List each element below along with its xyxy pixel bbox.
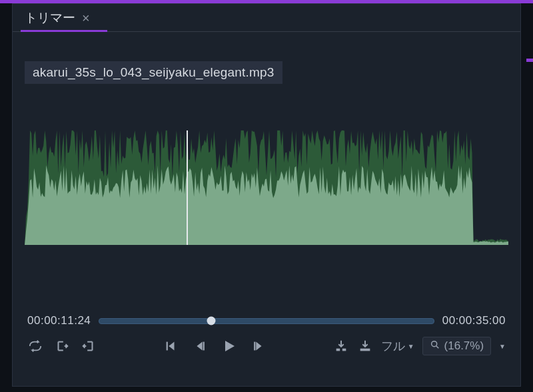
svg-point-6 (431, 341, 436, 347)
panel-accent (526, 59, 533, 62)
mark-in-icon[interactable] (54, 338, 70, 354)
loop-icon[interactable] (27, 338, 43, 354)
playhead-line[interactable] (187, 130, 188, 245)
overwrite-icon[interactable] (357, 338, 373, 354)
waveform-svg (25, 130, 508, 245)
close-icon[interactable]: × (82, 11, 90, 25)
insert-icon[interactable] (333, 338, 349, 354)
tab-bar: トリマー × (13, 4, 520, 32)
step-back-icon[interactable] (192, 338, 208, 354)
svg-rect-4 (342, 349, 346, 351)
trimmer-panel: トリマー × akarui_35s_lo_043_seijyaku_elegan… (12, 3, 521, 387)
zoom-control[interactable]: (16.7%) (422, 337, 492, 355)
chevron-down-icon: ▼ (499, 343, 506, 350)
jog-row: 00:00:11:24 00:00:35:00 (25, 314, 508, 327)
svg-rect-3 (336, 349, 340, 351)
tab-trimmer[interactable]: トリマー × (25, 4, 90, 31)
zoom-value: (16.7%) (444, 339, 484, 353)
svg-rect-0 (167, 342, 168, 351)
svg-rect-2 (254, 342, 255, 351)
svg-rect-5 (360, 349, 370, 351)
search-icon (430, 339, 440, 353)
waveform-display[interactable] (25, 130, 508, 245)
display-mode-dropdown[interactable]: フル ▼ (381, 338, 414, 354)
transport-controls: フル ▼ (16.7%) ▼ (25, 337, 508, 355)
play-icon[interactable] (221, 338, 237, 354)
clip-filename: akarui_35s_lo_043_seijyaku_elegant.mp3 (25, 61, 282, 84)
display-mode-label: フル (381, 338, 405, 354)
total-timecode: 00:00:35:00 (442, 314, 506, 327)
step-forward-icon[interactable] (251, 338, 266, 354)
go-start-icon[interactable] (163, 338, 179, 354)
zoom-menu-dropdown[interactable]: ▼ (499, 343, 506, 350)
mark-out-icon[interactable] (81, 338, 97, 354)
current-timecode: 00:00:11:24 (27, 314, 91, 327)
tab-label: トリマー (25, 9, 75, 27)
jog-slider[interactable] (99, 318, 434, 324)
svg-rect-1 (203, 342, 205, 351)
jog-handle[interactable] (207, 317, 216, 325)
chevron-down-icon: ▼ (408, 343, 414, 350)
